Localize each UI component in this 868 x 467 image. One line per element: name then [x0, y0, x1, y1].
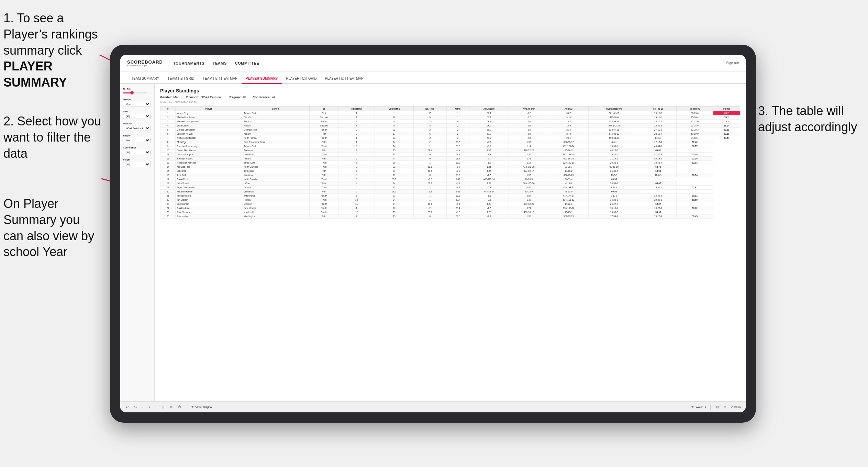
header-right: Sign out [726, 61, 739, 65]
filter-gender: Gender Men [123, 98, 152, 107]
toolbar-view[interactable]: 👁 View: Original [191, 405, 212, 409]
meta-region-label: Region: [230, 96, 241, 99]
toolbar-clock[interactable]: ⏱ [177, 404, 183, 410]
gender-select[interactable]: Men [123, 102, 151, 107]
division-select[interactable]: NCAA Division I [123, 126, 151, 131]
update-time: Update time: 27/03/2024 16:56:26 [160, 101, 740, 103]
subnav-player-summary[interactable]: PLAYER SUMMARY [242, 74, 282, 84]
update-time-label: Update time: [160, 101, 174, 103]
table-row[interactable]: 13Phichaksn MaichonTexas A&MThird630169.… [160, 161, 740, 165]
table-row[interactable]: 2Michael Le SassoOle MissSecond1180167.1… [160, 115, 740, 120]
filter-division: Division NCAA Division I [123, 122, 152, 131]
filter-conference: Conference (All) [123, 146, 152, 155]
step2-number: 2. [3, 114, 14, 128]
toolbar-undo[interactable]: ↩ [124, 404, 130, 410]
meta-gender: Gender: Men [160, 96, 179, 99]
toolbar-list[interactable]: ≡ [723, 404, 728, 410]
meta-region-value: All [242, 96, 246, 99]
table-row[interactable]: 14Maxwell FordNorth CarolinaThird32269.1… [160, 165, 740, 169]
toolbar-crop[interactable]: ⊞ [160, 404, 166, 410]
col-no-rds: No. Rds. [413, 107, 446, 111]
player-select[interactable]: (All) [123, 162, 151, 167]
table-row[interactable]: 25Cole SherwoodVanderbiltFourth122369.1-… [160, 210, 740, 214]
toolbar-back[interactable]: ‹ [141, 404, 145, 410]
table-row[interactable]: 8Mats EgeEast Tennessee StateFifth124268… [160, 140, 740, 144]
no-rds-label: No Rds. [123, 88, 152, 90]
watch-icon: 👁 [691, 405, 694, 409]
toolbar-share[interactable]: ↗ Share [731, 405, 742, 409]
col-overall: Overall Record [588, 107, 640, 111]
table-body: 1Wenyi DingArizona StateFirst1115167.1-3… [160, 111, 740, 219]
table-row[interactable]: 1Wenyi DingArizona StateFirst1115167.1-3… [160, 111, 740, 115]
conference-select[interactable]: (All) [123, 150, 151, 155]
filter-player: Player (All) [123, 158, 152, 167]
table-row[interactable]: 26Petr HrubyWashingtonFifth725068.6-1.81… [160, 214, 740, 219]
table-row[interactable]: 22Ian GilliganFloridaThird1024168.7-0.81… [160, 198, 740, 202]
table-row[interactable]: 6Jackson KoivunAuburnFirst2176267.3-2.02… [160, 132, 740, 136]
region-select[interactable]: N/A [123, 138, 151, 143]
table-row[interactable]: 20Matthew RiedelVanderbiltFifth668.5-1.2… [160, 190, 740, 194]
gender-label: Gender [123, 98, 152, 101]
toolbar-watch[interactable]: 👁 Watch ▾ [691, 405, 706, 409]
meta-division-label: Division: [186, 96, 199, 99]
instruction-step1: 1. To see a Player’s rankings summary cl… [3, 10, 107, 91]
subnav-team-summary[interactable]: TEAM SUMMARY [127, 74, 164, 84]
sub-navigation: TEAM SUMMARY TEAM H2H GRID TEAM H2H HEAT… [120, 71, 746, 84]
toolbar-grid[interactable]: ⊟ [715, 404, 720, 410]
table-area: Player Standings Gender: Men Division: N… [155, 84, 746, 401]
subnav-team-h2h-grid[interactable]: TEAM H2H GRID [164, 74, 199, 84]
step1-text: To see a Player’s rankings summary click [3, 11, 98, 57]
year-select[interactable]: (All) [123, 114, 151, 119]
table-row[interactable]: 17David FordNorth CarolinaThird969.0-0.2… [160, 177, 740, 181]
app-header: SCOREBOARD Powered by clippó TOURNAMENTS… [120, 55, 746, 71]
subnav-player-h2h-heatmap[interactable]: PLAYER H2H HEATMAP [321, 74, 368, 84]
table-row[interactable]: 4Luke ClatonFloridaSecond358268.2-1.61.9… [160, 124, 740, 128]
meta-division: Division: NCAA Division I [186, 96, 223, 99]
toolbar-redo[interactable]: ↪ [133, 404, 138, 410]
nav-committee[interactable]: COMMITTEE [235, 61, 259, 65]
table-row[interactable]: 3Michael ThorbjornsenStanfordFourth287.5… [160, 120, 740, 124]
sign-out-link[interactable]: Sign out [726, 61, 739, 65]
meta-conference-label: Conference: [253, 96, 271, 99]
meta-gender-value: Men [174, 96, 180, 99]
table-row[interactable]: 12Brendan ValdesAuburnFifth577068.44.11.… [160, 157, 740, 161]
table-row[interactable]: 16Alex GoffKentuckyFifth919068.3-1.71.92… [160, 173, 740, 177]
table-row[interactable]: 5Christo LamprechtGeorgia TechFourth2212… [160, 128, 740, 132]
col-avg-par: Avg. to Par [509, 107, 549, 111]
table-row[interactable]: 19Tiger ChristensenArizonaThird523269.2-… [160, 186, 740, 190]
instruction-step3: 3. The table will adjust accordingly [758, 103, 861, 135]
table-row[interactable]: 23Jack LundinMissouriFourth112468.6-2.31… [160, 202, 740, 206]
tablet-device: SCOREBOARD Powered by clippó TOURNAMENTS… [110, 45, 756, 423]
table-row[interactable]: 24Bastien AmatNew MexicoFourth127269.4-1… [160, 206, 740, 210]
table-row[interactable]: 9Preston SummerhaysArizona StateThird324… [160, 144, 740, 148]
nav-teams[interactable]: TEAMS [213, 61, 227, 65]
view-eye-icon: 👁 [191, 405, 194, 409]
table-row[interactable]: 18Luke PowellUCLAFirst42469.1-1.81.13500… [160, 181, 740, 186]
table-row[interactable]: 11Gordon SargentVanderbiltThird421068.7-… [160, 153, 740, 157]
instruction-step2: 2. Select how you want to filter the dat… [3, 113, 103, 162]
bottom-toolbar: ↩ ↪ ‹ › ⊞ ⊕ ⏱ 👁 View: Original 👁 Watch ▾… [120, 401, 746, 412]
share-label: Share [734, 405, 742, 409]
step2-text: Select how you want to filter the data [3, 114, 101, 160]
subnav-team-h2h-heatmap[interactable]: TEAM H2H HEATMAP [199, 74, 242, 84]
table-row[interactable]: 7Nicholas GabrelcikNorth FloridaFourth12… [160, 136, 740, 140]
col-adj-score: Adj. Score [469, 107, 509, 111]
table-row[interactable]: 15Jake HallTennesseeFifth78868.5-1.51.66… [160, 169, 740, 173]
standings-meta: Gender: Men Division: NCAA Division I Re… [160, 96, 740, 99]
no-rds-slider[interactable] [123, 92, 147, 93]
standings-table: # Player School Yr Reg Rank Conf Rank No… [160, 106, 740, 219]
toolbar-sep2 [187, 404, 187, 410]
nav-tournaments[interactable]: TOURNAMENTS [173, 61, 204, 65]
col-vs-top50: Vs Top 50 [677, 107, 713, 111]
step3-number: 3. [758, 104, 768, 118]
view-label: View: Original [196, 405, 212, 409]
table-row[interactable]: 10Jacob Skov OlesenArkansasFifth32568.4-… [160, 148, 740, 153]
col-points: Points [713, 107, 740, 111]
subnav-player-h2h-grid[interactable]: PLAYER H2H GRID [282, 74, 321, 84]
main-content: No Rds. Gender Men Year [120, 84, 746, 401]
toolbar-sep1 [156, 404, 156, 410]
toolbar-forward[interactable]: › [147, 404, 151, 410]
toolbar-add[interactable]: ⊕ [168, 404, 174, 410]
table-row[interactable]: 21Taehoon SongWashingtonFourth523169.3-1… [160, 194, 740, 198]
update-time-value: 27/03/2024 16:56:26 [175, 101, 197, 103]
